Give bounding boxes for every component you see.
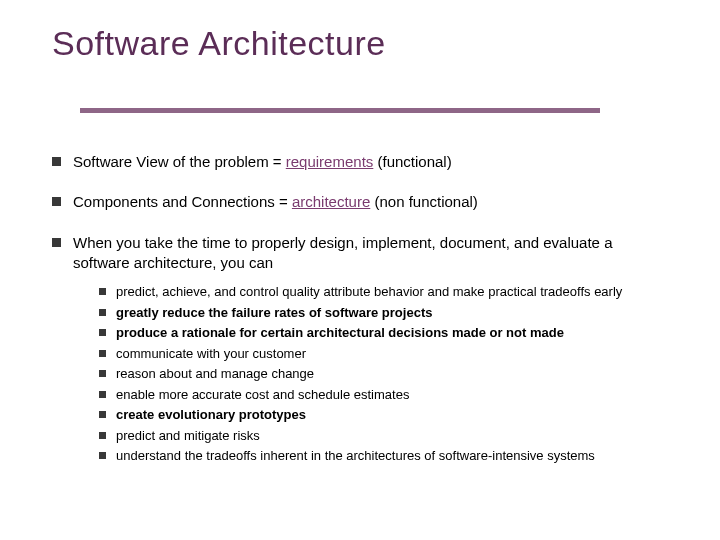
square-bullet-icon: [99, 350, 106, 357]
bullet-1-highlight: requirements: [286, 153, 374, 170]
bullet-2-suffix: (non functional): [370, 193, 478, 210]
slide-body: Software View of the problem = requireme…: [52, 152, 672, 474]
bullet-2-prefix: Components and Connections =: [73, 193, 292, 210]
bullet-2-text: Components and Connections = architectur…: [73, 192, 672, 212]
bullet-1: Software View of the problem = requireme…: [52, 152, 672, 172]
sub-bullet: communicate with your customer: [99, 345, 672, 363]
sub-bullet: produce a rationale for certain architec…: [99, 324, 672, 342]
title-rule: [80, 108, 600, 113]
sub-bullet-text: understand the tradeoffs inherent in the…: [116, 447, 672, 465]
square-bullet-icon: [99, 329, 106, 336]
bullet-3-text: When you take the time to properly desig…: [73, 233, 672, 468]
bullet-2-highlight: architecture: [292, 193, 370, 210]
bullet-1-prefix: Software View of the problem =: [73, 153, 286, 170]
sub-bullet-text: communicate with your customer: [116, 345, 672, 363]
sub-bullet-list: predict, achieve, and control quality at…: [99, 283, 672, 465]
sub-bullet: enable more accurate cost and schedule e…: [99, 386, 672, 404]
bullet-1-suffix: (functional): [373, 153, 451, 170]
bullet-3: When you take the time to properly desig…: [52, 233, 672, 468]
sub-bullet: understand the tradeoffs inherent in the…: [99, 447, 672, 465]
square-bullet-icon: [99, 309, 106, 316]
sub-bullet: reason about and manage change: [99, 365, 672, 383]
sub-bullet-text: produce a rationale for certain architec…: [116, 324, 672, 342]
sub-bullet-text: predict and mitigate risks: [116, 427, 672, 445]
slide-title: Software Architecture: [52, 24, 386, 63]
bullet-2: Components and Connections = architectur…: [52, 192, 672, 212]
sub-bullet-text: greatly reduce the failure rates of soft…: [116, 304, 672, 322]
sub-bullet: predict, achieve, and control quality at…: [99, 283, 672, 301]
sub-bullet: predict and mitigate risks: [99, 427, 672, 445]
square-bullet-icon: [99, 370, 106, 377]
square-bullet-icon: [52, 157, 61, 166]
square-bullet-icon: [52, 197, 61, 206]
sub-bullet: create evolutionary prototypes: [99, 406, 672, 424]
bullet-1-text: Software View of the problem = requireme…: [73, 152, 672, 172]
square-bullet-icon: [52, 238, 61, 247]
bullet-3-prefix: When you take the time to properly desig…: [73, 234, 612, 271]
square-bullet-icon: [99, 432, 106, 439]
square-bullet-icon: [99, 411, 106, 418]
square-bullet-icon: [99, 452, 106, 459]
sub-bullet: greatly reduce the failure rates of soft…: [99, 304, 672, 322]
sub-bullet-text: predict, achieve, and control quality at…: [116, 283, 672, 301]
square-bullet-icon: [99, 391, 106, 398]
square-bullet-icon: [99, 288, 106, 295]
sub-bullet-text: enable more accurate cost and schedule e…: [116, 386, 672, 404]
sub-bullet-text: create evolutionary prototypes: [116, 406, 672, 424]
sub-bullet-text: reason about and manage change: [116, 365, 672, 383]
